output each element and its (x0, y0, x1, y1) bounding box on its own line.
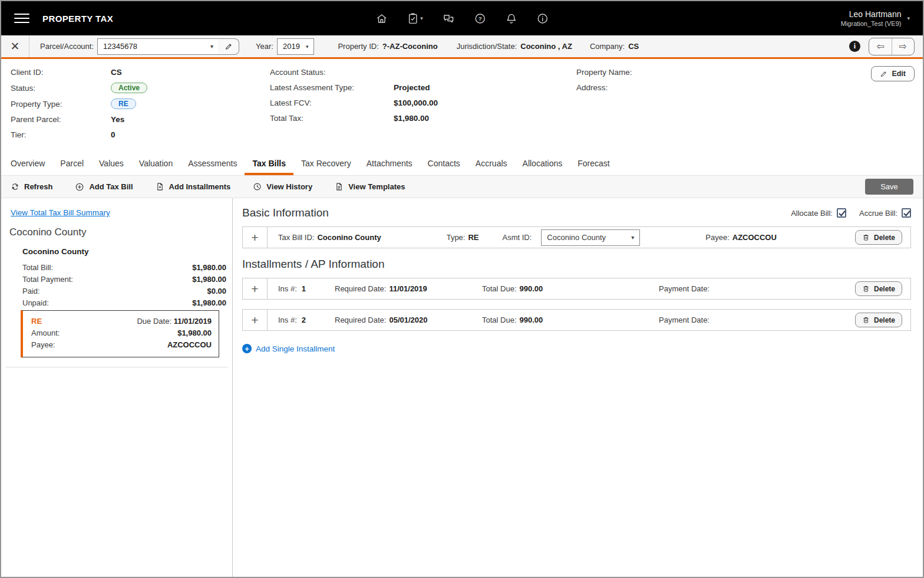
payment-date-label: Payment Date: (659, 284, 710, 293)
asmt-id-label: Asmt ID: (503, 233, 532, 242)
help-icon[interactable]: ? (474, 12, 486, 25)
status-badge: Active (111, 83, 147, 93)
county-heading: Coconino County (9, 226, 232, 238)
tasks-clipboard-icon[interactable]: ▾ (407, 12, 423, 25)
circle-plus-icon (75, 182, 84, 192)
next-record-button[interactable]: ⇨ (892, 38, 914, 55)
tab-accruals[interactable]: Accruals (468, 152, 515, 175)
chevron-down-icon: ▾ (420, 15, 423, 21)
delete-installment-button[interactable]: Delete (855, 281, 902, 296)
asmt-id-select[interactable]: Coconino County ▾ (541, 229, 640, 246)
total-due-label: Total Due: (482, 316, 517, 324)
selected-bill-card[interactable]: RE Due Date: 11/01/2019 Amount:$1,980.00… (21, 310, 219, 357)
user-menu[interactable]: Leo Hartmann Migration_Test (VE9) ▾ (841, 9, 910, 27)
trash-icon (862, 316, 870, 324)
parcel-account-group: ▾ (97, 38, 239, 55)
jurisdiction-value: Coconino , AZ (520, 42, 572, 51)
view-history-button[interactable]: View History (253, 182, 312, 191)
tab-bar: Overview Parcel Values Valuation Assessm… (1, 152, 923, 176)
client-id-value: CS (111, 68, 122, 77)
payee-row: Payee:AZCOCCOU (31, 339, 212, 351)
save-button[interactable]: Save (865, 179, 913, 195)
tab-assessments[interactable]: Assessments (180, 152, 245, 175)
trash-icon (862, 234, 870, 241)
tab-values[interactable]: Values (91, 152, 131, 175)
tab-forecast[interactable]: Forecast (570, 152, 617, 175)
edit-parcel-button[interactable] (218, 38, 239, 55)
edit-button[interactable]: Edit (871, 66, 915, 81)
tab-tax-recovery[interactable]: Tax Recovery (293, 152, 359, 175)
tax-bill-id-label: Tax Bill ID: (278, 233, 314, 242)
total-tax-label: Total Tax: (270, 114, 394, 123)
add-tax-bill-button[interactable]: Add Tax Bill (75, 182, 133, 192)
view-total-tax-bill-summary-link[interactable]: View Total Tax Bill Summary (11, 208, 110, 217)
tab-overview[interactable]: Overview (3, 152, 52, 175)
parcel-account-label: Parcel/Account: (40, 42, 94, 51)
bill-totals: Total Bill:$1,980.00 Total Payment:$1,98… (22, 262, 226, 309)
property-id-label: Property ID: (338, 42, 378, 51)
property-type-badge: RE (111, 98, 136, 109)
divider (6, 367, 227, 367)
messages-icon[interactable] (442, 12, 455, 25)
tab-allocations[interactable]: Allocations (515, 152, 570, 175)
edit-button-label: Edit (892, 70, 906, 78)
tab-valuation[interactable]: Valuation (131, 152, 180, 175)
installments-title: Installments / AP Information (242, 258, 911, 271)
latest-fcv-value: $100,000.00 (394, 98, 438, 107)
installment-row-1: + Ins #:1 Required Date:11/01/2019 Total… (242, 278, 911, 300)
top-app-bar: PROPERTY TAX ▾ ? Leo Hart (1, 1, 923, 35)
total-due-label: Total Due: (482, 284, 517, 293)
asmt-id-value: Coconino County (547, 233, 606, 242)
property-name-label: Property Name: (576, 68, 659, 77)
tab-parcel[interactable]: Parcel (52, 152, 91, 175)
payee-label: Payee: (705, 233, 729, 242)
view-history-label: View History (266, 182, 312, 191)
tax-bill-summary-panel: View Total Tax Bill Summary Coconino Cou… (1, 198, 233, 577)
record-nav-group: ⇦ ⇨ (869, 38, 915, 55)
tax-bill-group-title: Coconino County (22, 247, 232, 256)
year-value: 2019 (283, 42, 300, 51)
home-icon[interactable] (375, 12, 388, 25)
total-payment-row: Total Payment:$1,980.00 (22, 274, 226, 285)
parcel-account-input[interactable] (97, 38, 222, 55)
user-name: Leo Hartmann (841, 9, 902, 19)
accrue-bill-checkbox[interactable] (902, 208, 911, 218)
expand-row-button[interactable]: + (243, 310, 268, 330)
status-label: Status: (11, 84, 111, 93)
close-icon[interactable]: ✕ (1, 35, 29, 57)
refresh-button[interactable]: Refresh (11, 182, 52, 191)
year-select[interactable]: 2019 ▾ (277, 38, 314, 55)
chevron-down-icon: ▾ (631, 234, 634, 241)
add-installments-button[interactable]: Add Installments (156, 182, 231, 191)
installment-row-2: + Ins #:2 Required Date:05/01/2020 Total… (242, 309, 911, 331)
delete-installment-button[interactable]: Delete (855, 313, 902, 327)
tier-value: 0 (111, 130, 116, 139)
view-templates-button[interactable]: View Templates (335, 182, 405, 191)
unpaid-row: Unpaid:$1,980.00 (22, 297, 226, 309)
info-icon[interactable] (536, 12, 549, 25)
expand-row-button[interactable]: + (243, 278, 268, 299)
previous-record-button[interactable]: ⇦ (869, 38, 892, 55)
amount-row: Amount:$1,980.00 (31, 327, 212, 339)
client-id-label: Client ID: (11, 68, 111, 77)
tab-tax-bills[interactable]: Tax Bills (245, 152, 293, 175)
tax-bill-row: + Tax Bill ID:Coconino County Type:RE As… (242, 226, 911, 248)
total-due-value: 990.00 (520, 284, 543, 293)
tab-contacts[interactable]: Contacts (420, 152, 468, 175)
refresh-icon (11, 182, 19, 191)
notifications-bell-icon[interactable] (505, 12, 517, 25)
delete-tax-bill-button[interactable]: Delete (855, 230, 902, 245)
basic-information-title: Basic Information (242, 206, 329, 219)
tax-bill-detail-panel: Basic Information Allocate Bill: Accrue … (233, 198, 923, 577)
add-single-installment-link[interactable]: + Add Single Installment (242, 344, 335, 353)
chevron-down-icon: ▾ (907, 15, 910, 21)
info-filled-icon[interactable]: i (849, 41, 860, 52)
ins-number-label: Ins #: (278, 284, 297, 293)
tab-attachments[interactable]: Attachments (359, 152, 420, 175)
latest-fcv-label: Latest FCV: (270, 98, 394, 107)
context-bar: ✕ Parcel/Account: ▾ Year: 2019 ▾ Propert… (1, 35, 923, 59)
hamburger-menu-icon[interactable] (14, 14, 29, 23)
allocate-bill-checkbox[interactable] (837, 208, 846, 218)
expand-row-button[interactable]: + (243, 227, 268, 248)
add-single-installment-label: Add Single Installment (256, 344, 335, 353)
